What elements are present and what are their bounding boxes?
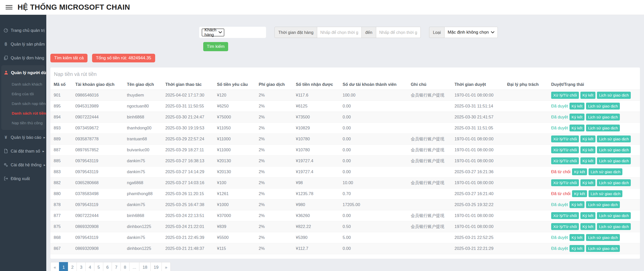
cell-amount: ¥11000: [215, 133, 257, 144]
cell-amount: ¥100: [215, 177, 257, 188]
page-8[interactable]: 8: [121, 262, 129, 271]
total-withdraw-button[interactable]: Tổng số tiền rút: 4824944.35: [92, 54, 155, 62]
process-reject-button[interactable]: Xử lý/Từ chối: [551, 223, 579, 230]
date-range-group: Thời gian đặt hàng đến: [274, 27, 421, 38]
date-to-input[interactable]: [376, 27, 421, 38]
transaction-history-button[interactable]: Lịch sử giao dịch: [586, 245, 620, 252]
cell-agent: [505, 188, 549, 199]
main-content: Khách hàng Thời gian đặt hàng đến Loại M…: [46, 15, 644, 271]
cell-note: 会员银行账户提现: [409, 155, 452, 166]
transaction-history-button[interactable]: Lịch sử giao dịch: [586, 114, 620, 121]
sidebar-item-6[interactable]: Cài đặt hệ thống▸: [0, 158, 46, 172]
transaction-history-button[interactable]: Lịch sử giao dịch: [586, 234, 620, 241]
dashboard-icon: [3, 28, 8, 33]
sidebar-subitem[interactable]: Nạp tiền thủ công: [1, 118, 45, 128]
column-header: Thời gian thao tác: [163, 80, 215, 90]
page-next[interactable]: »: [162, 262, 170, 271]
page-19[interactable]: 19: [150, 262, 162, 271]
page-2[interactable]: 2: [68, 262, 77, 271]
cell-id: 883: [50, 166, 73, 177]
sidebar-item-0[interactable]: Trang chủ quản trị: [0, 23, 46, 37]
process-reject-button[interactable]: Xử lý/Từ chối: [551, 157, 579, 165]
date-from-input[interactable]: [317, 27, 362, 38]
sign-button[interactable]: Ký kết: [569, 103, 584, 110]
file-icon: [3, 148, 8, 154]
process-reject-button[interactable]: Xử lý/Từ chối: [551, 136, 579, 143]
sign-button[interactable]: Ký kết: [569, 125, 584, 132]
sign-button[interactable]: Ký kết: [580, 157, 595, 165]
cell-note: 会员银行账户提现: [409, 210, 452, 221]
process-reject-button[interactable]: Xử lý/Từ chối: [551, 146, 579, 154]
page-6[interactable]: 6: [103, 262, 112, 271]
sign-button[interactable]: Ký kết: [580, 212, 595, 219]
sign-button[interactable]: Ký kết: [580, 92, 595, 99]
cell-agent: [505, 199, 549, 210]
transaction-history-button[interactable]: Lịch sử giao dịch: [597, 223, 631, 230]
transaction-history-button[interactable]: Lịch sử giao dịch: [597, 179, 631, 186]
search-button[interactable]: Tìm kiếm: [203, 42, 228, 51]
sidebar-item-label: Quản lý báo cáo: [11, 135, 41, 140]
transaction-history-button[interactable]: Lịch sử giao dịch: [597, 146, 631, 154]
search-type-select[interactable]: Khách hàng: [202, 29, 224, 36]
cell-account: 0945313989: [73, 101, 125, 112]
transaction-history-button[interactable]: Lịch sử giao dịch: [597, 212, 631, 219]
sign-button[interactable]: Ký kết: [572, 190, 587, 197]
transaction-history-button[interactable]: Lịch sử giao dịch: [597, 92, 631, 99]
cell-id: 901: [50, 90, 73, 101]
sign-button[interactable]: Ký kết: [569, 201, 584, 208]
cell-fee: 2%: [257, 243, 294, 254]
status-badge: Đã duyệt: [551, 115, 568, 119]
cell-agent: [505, 243, 549, 254]
table-row: 8830979543119dankim752025-03-27 14:14:29…: [50, 166, 640, 177]
cell-fee: 2%: [257, 123, 294, 133]
cell-balance: 0.00: [341, 166, 409, 177]
sidebar-item-2[interactable]: Quản lý đơn hàng▸: [0, 51, 46, 65]
sidebar-item-4[interactable]: ¥Quản lý báo cáo▸: [0, 130, 46, 144]
sign-button[interactable]: Ký kết: [580, 146, 595, 154]
page-4[interactable]: 4: [85, 262, 94, 271]
process-reject-button[interactable]: Xử lý/Từ chối: [551, 179, 579, 186]
sign-button[interactable]: Ký kết: [580, 179, 595, 186]
sign-button[interactable]: Ký kết: [572, 168, 587, 175]
search-all-button[interactable]: Tìm kiếm tất cả: [50, 54, 87, 62]
sidebar-item-7[interactable]: Đăng xuất: [0, 172, 46, 185]
sign-button[interactable]: Ký kết: [580, 223, 595, 230]
hamburger-icon[interactable]: [6, 4, 12, 10]
cell-received: ¥1235.78: [294, 188, 341, 199]
transaction-history-button[interactable]: Lịch sử giao dịch: [589, 168, 622, 175]
transaction-history-button[interactable]: Lịch sử giao dịch: [597, 136, 631, 143]
page-5[interactable]: 5: [94, 262, 103, 271]
page-18[interactable]: 18: [139, 262, 151, 271]
status-badge: Đã từ chối: [551, 169, 570, 174]
sidebar-item-1[interactable]: BQuản lý sản phẩm▸: [0, 37, 46, 51]
page-7[interactable]: 7: [112, 262, 121, 271]
cell-id: 880: [50, 188, 73, 199]
transaction-history-button[interactable]: Lịch sử giao dịch: [589, 190, 622, 197]
page-3[interactable]: 3: [77, 262, 85, 271]
cell-note: [409, 123, 452, 133]
sign-button[interactable]: Ký kết: [569, 234, 584, 241]
transaction-history-button[interactable]: Lịch sử giao dịch: [586, 125, 620, 132]
cell-account: 0935878778: [73, 133, 125, 144]
sidebar-subitem[interactable]: Danh sách nạp tiền: [1, 99, 45, 109]
sign-button[interactable]: Ký kết: [569, 114, 584, 121]
page-1[interactable]: 1: [59, 262, 68, 271]
process-reject-button[interactable]: Xử lý/Từ chối: [551, 212, 579, 219]
type-filter-select[interactable]: Mặc định không chọn: [444, 27, 498, 38]
sidebar-item-label: Quản lý đơn hàng: [11, 56, 44, 60]
sidebar-subitem[interactable]: Đăng của tôi: [1, 89, 45, 99]
sign-button[interactable]: Ký kết: [580, 136, 595, 143]
cell-status: Xử lý/Từ chốiKý kếtLịch sử giao dịch: [549, 133, 640, 144]
sidebar-subitem[interactable]: Danh sách khách: [1, 79, 45, 89]
sidebar-subitem[interactable]: Danh sách rút tiền: [1, 109, 45, 118]
process-reject-button[interactable]: Xử lý/Từ chối: [551, 92, 579, 99]
sidebar-item-5[interactable]: Cài đặt tham số▸: [0, 144, 46, 158]
cell-fee: 2%: [257, 166, 294, 177]
sidebar-item-3[interactable]: Quản lý người dùng▸: [1, 66, 45, 79]
filter-row: Khách hàng Thời gian đặt hàng đến Loại M…: [50, 27, 640, 38]
transaction-history-button[interactable]: Lịch sử giao dịch: [597, 157, 631, 165]
transaction-history-button[interactable]: Lịch sử giao dịch: [586, 201, 620, 208]
transaction-history-button[interactable]: Lịch sử giao dịch: [586, 103, 620, 110]
sign-button[interactable]: Ký kết: [569, 245, 584, 252]
page-prev[interactable]: «: [50, 262, 59, 271]
